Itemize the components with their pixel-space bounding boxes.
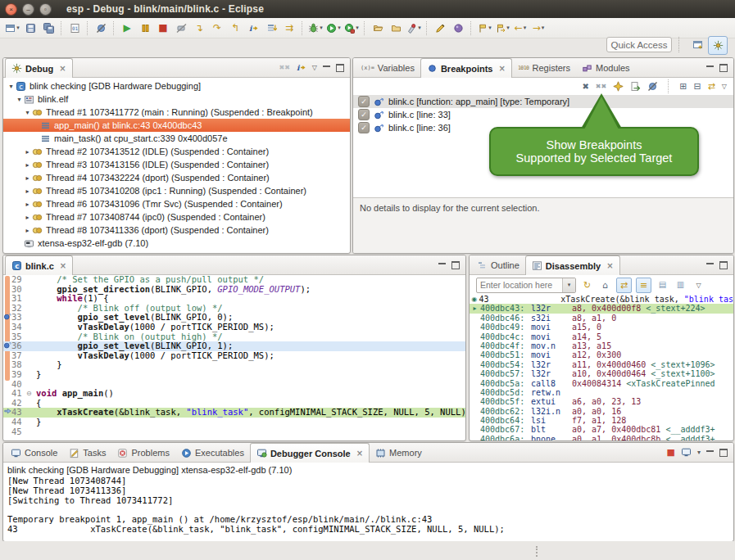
step-return-button[interactable]: ↰ [226,20,244,37]
tab-console[interactable]: Console [5,444,63,462]
dropdown-caret-icon[interactable]: ▾ [506,25,510,31]
step-over-button[interactable]: ↷ [208,20,226,37]
quick-access-button[interactable]: Quick Access [606,37,672,52]
instruction-stepping-button[interactable]: i [244,20,262,37]
tab-debugger-console[interactable]: Debugger Console× [250,443,370,463]
dropdown-caret-icon[interactable]: ▾ [356,25,359,31]
tab-outline[interactable]: Outline [471,256,525,274]
goto-annotation-button[interactable]: ▾ [493,20,511,37]
view-menu-icon[interactable]: ▽ [312,64,317,71]
external-tools-button[interactable]: ▾ [343,20,361,37]
tree-closed-twisty-icon[interactable]: ▸ [23,161,32,169]
tab-blink-c[interactable]: cblink.c× [5,255,73,275]
combo-dropdown-icon[interactable]: ▾ [562,278,575,292]
debug-tree-item[interactable]: ▸ Thread #5 1073410208 (ipc1 : Running) … [3,184,350,197]
debug-tree-item[interactable]: ▸ Thread #3 1073413156 (IDLE) (Suspended… [3,158,350,171]
code-editor[interactable]: 29 /* Set the GPIO as a push/pull output… [3,275,465,436]
dropdown-caret-icon[interactable]: ▾ [338,25,341,31]
window-close-button[interactable]: × [5,3,17,16]
window-minimize-button[interactable]: – [22,3,34,16]
dropdown-caret-icon[interactable]: ▾ [542,25,545,31]
breakpoint-item[interactable]: ✓ blink.c [line: 33] [353,108,733,121]
tree-open-twisty-icon[interactable]: ▾ [15,96,24,103]
remove-all-breakpoints-icon[interactable]: ✖✖ [596,84,606,90]
view-menu-icon[interactable]: ▽ [722,83,727,90]
resume-button[interactable]: ▶ [118,20,136,37]
collapse-all-icon[interactable]: ⊟ [693,82,701,91]
breakpoint-checkbox[interactable]: ✓ [358,96,370,107]
tree-closed-twisty-icon[interactable]: ▸ [23,201,32,208]
location-combo[interactable]: Enter location here ▾ [476,278,576,293]
tab-memory[interactable]: Memory [370,444,428,462]
dropdown-caret-icon[interactable]: ▾ [16,25,20,31]
debug-tree-item[interactable]: ▸ Thread #6 1073431096 (Tmr Svc) (Suspen… [3,197,350,210]
flash-target-button[interactable]: ▾ [405,20,423,37]
close-tab-icon[interactable]: × [60,261,66,270]
open-binary-button[interactable]: 01 [66,20,84,37]
maximize-icon[interactable] [719,64,728,72]
last-edit-location-button[interactable]: ▾ [475,20,493,37]
debug-tree-item[interactable]: ▾ Thread #1 1073411772 (main : Running) … [3,106,350,119]
step-into-button[interactable]: ↴ [190,20,208,37]
disconnect-button[interactable] [172,20,190,37]
tab-debug[interactable]: Debug× [5,58,73,78]
skip-all-breakpoints-global-button[interactable] [92,20,110,37]
debug-tree-item[interactable]: ▾ blink.elf [3,93,350,106]
remove-all-terminated-icon[interactable]: ✖✖ [279,65,289,71]
display-selected-console-icon[interactable] [681,447,692,458]
debug-tree-item[interactable]: ▸ Thread #7 1073408744 (ipc0) (Suspended… [3,210,350,224]
window-maximize-button[interactable]: ▫ [39,3,52,16]
debug-tree-item[interactable]: ▸ Thread #8 1073411336 (dport) (Suspende… [3,224,350,237]
expand-all-icon[interactable]: ⊞ [679,82,687,91]
debug-perspective-button[interactable] [708,36,728,55]
forward-button[interactable]: →▾ [529,20,547,37]
tree-open-twisty-icon[interactable]: ▾ [23,109,32,116]
close-tab-icon[interactable]: × [59,64,66,73]
minimize-icon[interactable] [438,263,446,271]
tree-closed-twisty-icon[interactable]: ▸ [23,187,32,195]
tab-disassembly[interactable]: Disassembly× [525,255,620,275]
remove-breakpoint-icon[interactable]: ✖ [582,83,588,91]
show-source-icon[interactable]: ≡ [636,278,651,293]
tree-open-twisty-icon[interactable]: ▾ [7,83,16,90]
use-step-filters-button[interactable]: ⇉ [280,20,298,37]
minimize-icon[interactable] [706,450,714,458]
run-button[interactable]: ▾ [324,20,343,37]
show-breakpoints-supported-icon[interactable] [613,81,624,92]
tab-modules[interactable]: Modules [576,59,636,77]
tab-breakpoints[interactable]: Breakpoints× [420,58,512,78]
save-button[interactable] [21,20,39,37]
suspend-button[interactable] [136,20,154,37]
tab-executables[interactable]: Executables [175,444,250,462]
color-sphere-button[interactable] [449,20,467,37]
refresh-icon[interactable]: ↻ [580,278,594,292]
console-output[interactable]: blink checking [GDB Hardware Debugging] … [3,463,733,535]
close-tab-icon[interactable]: × [356,449,363,458]
tab-variables[interactable]: (x)=Variables [355,59,420,77]
maximize-icon[interactable] [719,449,728,457]
instruction-stepping-mode-icon[interactable]: i [296,62,306,73]
maximize-icon[interactable] [719,261,728,269]
terminate-console-icon[interactable]: ■ [667,448,675,457]
dropdown-caret-icon[interactable]: ▾ [320,25,323,31]
dropdown-caret-icon[interactable]: ▾ [524,25,527,31]
goto-file-for-breakpoint-icon[interactable] [630,81,641,92]
open-perspective-button[interactable] [688,36,706,53]
open-folder-button[interactable] [369,20,387,37]
disassembly-listing[interactable]: ◉43xTaskCreate(&blink_task, "blink_tas ▸… [470,295,733,441]
view-menu-icon[interactable]: ▽ [692,278,706,292]
breakpoint-checkbox[interactable]: ✓ [358,122,370,133]
minimize-icon[interactable] [706,65,714,74]
location-input[interactable]: Enter location here [477,280,562,290]
skip-all-breakpoints-icon[interactable] [647,81,658,92]
tab-registers[interactable]: 1010Registers [512,59,576,77]
back-button[interactable]: ←▾ [511,20,529,37]
minimize-icon[interactable] [706,263,714,271]
console-menu-caret-icon[interactable]: ▾ [697,449,701,456]
dropdown-caret-icon[interactable]: ▾ [488,25,492,31]
breakpoint-checkbox[interactable]: ✓ [358,109,370,120]
maximize-icon[interactable] [336,64,344,72]
new-wizard-button[interactable]: ▾ [3,20,21,37]
minimize-icon[interactable] [323,65,330,74]
fold-collapse-icon[interactable]: ⊖ [26,389,32,399]
